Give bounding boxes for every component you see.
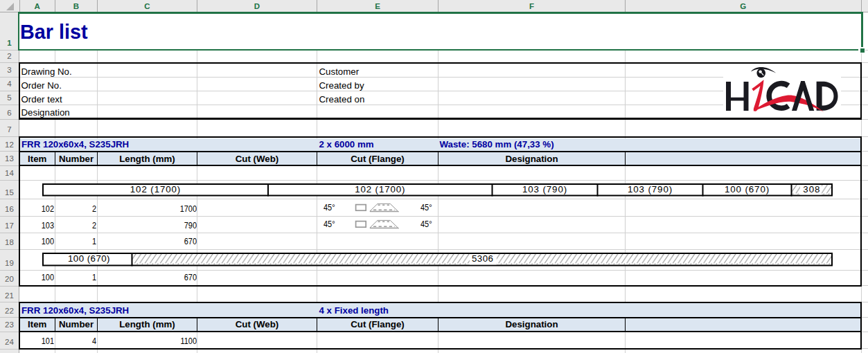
svg-text:100 (670): 100 (670) xyxy=(68,253,110,264)
svg-text:102 (1700): 102 (1700) xyxy=(355,184,405,194)
svg-text:102 (1700): 102 (1700) xyxy=(130,184,181,194)
svg-text:103 (790): 103 (790) xyxy=(628,184,673,194)
svg-text:308: 308 xyxy=(803,184,820,194)
svg-text:103 (790): 103 (790) xyxy=(522,184,567,194)
svg-text:100 (670): 100 (670) xyxy=(725,184,770,194)
svg-text:5306: 5306 xyxy=(472,253,493,264)
